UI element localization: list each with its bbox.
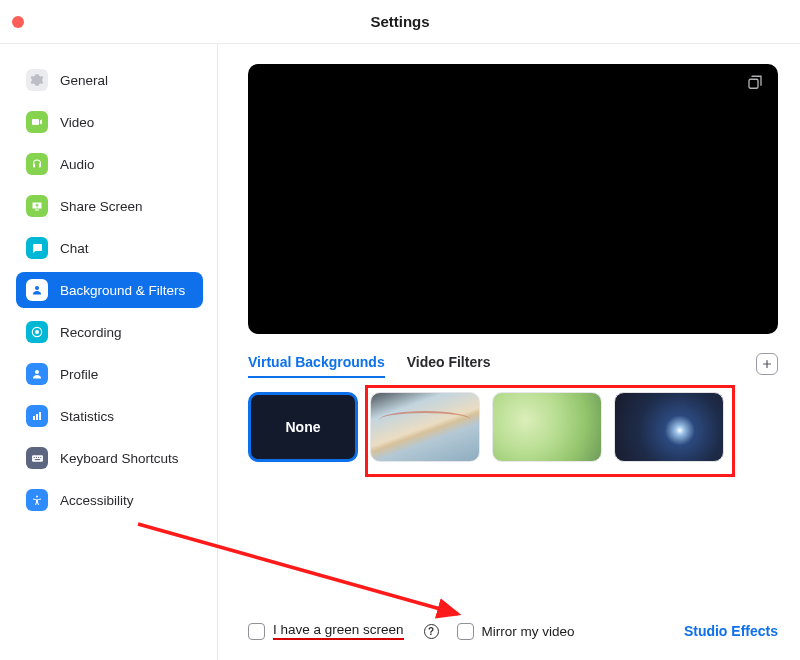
sidebar-item-label: Share Screen: [60, 199, 143, 214]
sidebar-item-profile[interactable]: Profile: [16, 356, 203, 392]
keyboard-icon: [26, 447, 48, 469]
svg-rect-5: [36, 414, 38, 420]
recording-icon: [26, 321, 48, 343]
video-preview: [248, 64, 778, 334]
svg-rect-8: [33, 456, 34, 457]
mirror-video-checkbox[interactable]: Mirror my video: [457, 623, 575, 640]
svg-rect-11: [40, 456, 41, 457]
studio-effects-link[interactable]: Studio Effects: [684, 623, 778, 639]
svg-rect-12: [34, 459, 39, 460]
sidebar-item-background-filters[interactable]: Background & Filters: [16, 272, 203, 308]
checkbox-box: [457, 623, 474, 640]
sidebar-item-chat[interactable]: Chat: [16, 230, 203, 266]
profile-icon: [26, 363, 48, 385]
tabs: Virtual Backgrounds Video Filters: [248, 350, 490, 378]
close-window-button[interactable]: [12, 16, 24, 28]
headphones-icon: [26, 153, 48, 175]
sidebar-item-label: Chat: [60, 241, 89, 256]
bg-option-none[interactable]: None: [248, 392, 358, 462]
sidebar-item-label: Audio: [60, 157, 95, 172]
green-screen-checkbox[interactable]: I have a green screen: [248, 622, 404, 640]
sidebar-item-general[interactable]: General: [16, 62, 203, 98]
page-title: Settings: [370, 13, 429, 30]
accessibility-icon: [26, 489, 48, 511]
background-filters-icon: [26, 279, 48, 301]
statistics-icon: [26, 405, 48, 427]
thumbs-wrap: None: [248, 392, 778, 462]
sidebar-item-recording[interactable]: Recording: [16, 314, 203, 350]
svg-point-2: [35, 330, 39, 334]
svg-rect-10: [38, 456, 39, 457]
sidebar-item-label: Keyboard Shortcuts: [60, 451, 179, 466]
svg-rect-14: [749, 79, 758, 88]
sidebar: General Video Audio Share Screen Chat: [0, 44, 218, 660]
sidebar-item-label: General: [60, 73, 108, 88]
sidebar-item-label: Recording: [60, 325, 122, 340]
background-thumbs: None: [248, 392, 778, 462]
window-controls: [12, 16, 24, 28]
mirror-label: Mirror my video: [482, 624, 575, 639]
svg-rect-9: [35, 456, 36, 457]
body: General Video Audio Share Screen Chat: [0, 44, 800, 660]
main-panel: Virtual Backgrounds Video Filters None: [218, 44, 800, 660]
svg-point-3: [35, 370, 39, 374]
footer-row: I have a green screen ? Mirror my video …: [248, 610, 778, 640]
svg-rect-6: [39, 412, 41, 420]
tabs-row: Virtual Backgrounds Video Filters: [248, 350, 778, 378]
tab-virtual-backgrounds[interactable]: Virtual Backgrounds: [248, 350, 385, 378]
svg-rect-4: [33, 416, 35, 420]
tab-video-filters[interactable]: Video Filters: [407, 350, 491, 378]
sidebar-item-label: Accessibility: [60, 493, 134, 508]
svg-rect-7: [32, 455, 43, 462]
sidebar-item-accessibility[interactable]: Accessibility: [16, 482, 203, 518]
sidebar-item-keyboard-shortcuts[interactable]: Keyboard Shortcuts: [16, 440, 203, 476]
sidebar-item-audio[interactable]: Audio: [16, 146, 203, 182]
video-icon: [26, 111, 48, 133]
sidebar-item-share-screen[interactable]: Share Screen: [16, 188, 203, 224]
sidebar-item-label: Video: [60, 115, 94, 130]
svg-point-13: [36, 496, 38, 498]
titlebar: Settings: [0, 0, 800, 44]
sidebar-item-label: Profile: [60, 367, 98, 382]
share-screen-icon: [26, 195, 48, 217]
gear-icon: [26, 69, 48, 91]
add-background-button[interactable]: [756, 353, 778, 375]
sidebar-item-video[interactable]: Video: [16, 104, 203, 140]
bg-option-bridge[interactable]: [370, 392, 480, 462]
bg-option-earth[interactable]: [614, 392, 724, 462]
svg-point-0: [35, 286, 39, 290]
chat-icon: [26, 237, 48, 259]
sidebar-item-label: Background & Filters: [60, 283, 185, 298]
bg-option-grass[interactable]: [492, 392, 602, 462]
sidebar-item-statistics[interactable]: Statistics: [16, 398, 203, 434]
checkbox-box: [248, 623, 265, 640]
rotate-icon[interactable]: [746, 74, 764, 95]
sidebar-item-label: Statistics: [60, 409, 114, 424]
green-screen-label: I have a green screen: [273, 622, 404, 640]
help-icon[interactable]: ?: [424, 624, 439, 639]
bg-none-label: None: [286, 419, 321, 435]
